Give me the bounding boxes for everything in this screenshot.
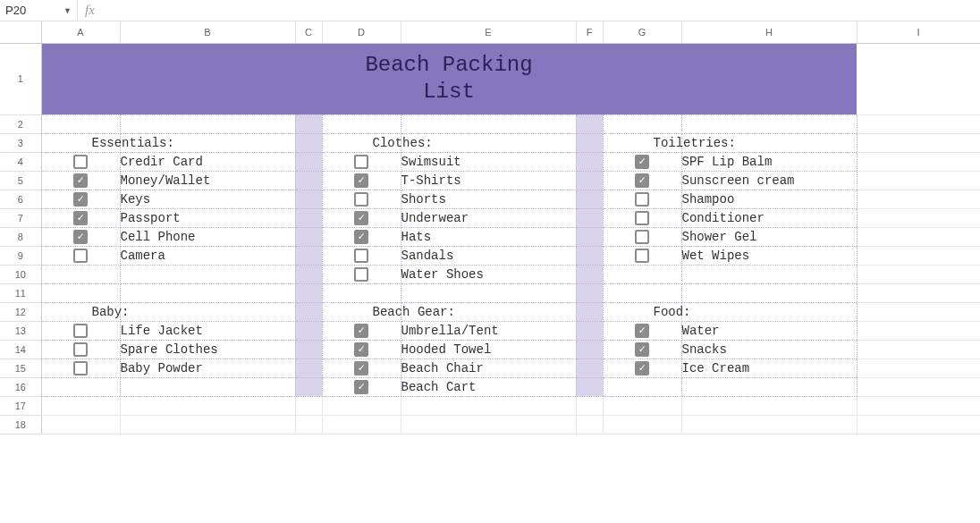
- item-essentials-3[interactable]: Passport: [120, 208, 295, 227]
- item-food-0[interactable]: Water: [681, 321, 857, 340]
- row-header-5[interactable]: 5: [0, 171, 41, 190]
- item-toiletries-0[interactable]: SPF Lip Balm: [681, 152, 857, 171]
- title-bg-right[interactable]: [576, 43, 857, 114]
- checkbox-baby-1[interactable]: [41, 340, 120, 359]
- item-essentials-2[interactable]: Keys: [120, 190, 295, 208]
- item-beach-gear-2[interactable]: Beach Chair: [401, 359, 576, 377]
- cell-F16[interactable]: [576, 377, 603, 396]
- cell-C16[interactable]: [295, 377, 322, 396]
- checkbox-toiletries-3[interactable]: [603, 208, 681, 227]
- item-food-1[interactable]: Snacks: [681, 340, 857, 359]
- cell-I17[interactable]: [857, 396, 980, 415]
- cell-I4[interactable]: [857, 152, 980, 171]
- cell-H2[interactable]: [681, 114, 857, 133]
- cell-B16[interactable]: [120, 377, 295, 396]
- select-all-corner[interactable]: [0, 21, 41, 43]
- cell-I8[interactable]: [857, 227, 980, 246]
- cell-C14[interactable]: [295, 340, 322, 359]
- row-header-3[interactable]: 3: [0, 133, 41, 152]
- item-essentials-1[interactable]: Money/Wallet: [120, 171, 295, 190]
- row-header-14[interactable]: 14: [0, 340, 41, 359]
- cell-E11[interactable]: [401, 283, 576, 302]
- cell-I14[interactable]: [857, 340, 980, 359]
- cell-I2[interactable]: [857, 114, 980, 133]
- col-header-C[interactable]: C: [295, 21, 322, 43]
- item-clothes-3[interactable]: Underwear: [401, 208, 576, 227]
- cell-F11[interactable]: [576, 283, 603, 302]
- cell-C12[interactable]: [295, 302, 322, 321]
- row-header-15[interactable]: 15: [0, 359, 41, 377]
- cell-F10[interactable]: [576, 265, 603, 283]
- cell-D2[interactable]: [322, 114, 401, 133]
- name-box[interactable]: P20 ▼: [0, 0, 78, 21]
- item-clothes-1[interactable]: T-Shirts: [401, 171, 576, 190]
- cell-B2[interactable]: [120, 114, 295, 133]
- cell-G18[interactable]: [603, 415, 681, 434]
- cell-G10[interactable]: [603, 265, 681, 283]
- cell-H16[interactable]: [681, 377, 857, 396]
- item-clothes-5[interactable]: Sandals: [401, 246, 576, 265]
- cell-F18[interactable]: [576, 415, 603, 434]
- heading-clothes[interactable]: Clothes:: [401, 133, 576, 152]
- cell-F9[interactable]: [576, 246, 603, 265]
- cell-A10[interactable]: [41, 265, 120, 283]
- cell-H11[interactable]: [681, 283, 857, 302]
- checkbox-clothes-5[interactable]: [322, 246, 401, 265]
- item-clothes-2[interactable]: Shorts: [401, 190, 576, 208]
- row-header-17[interactable]: 17: [0, 396, 41, 415]
- row-header-16[interactable]: 16: [0, 377, 41, 396]
- row-header-12[interactable]: 12: [0, 302, 41, 321]
- cell-C4[interactable]: [295, 152, 322, 171]
- cell-F5[interactable]: [576, 171, 603, 190]
- checkbox-essentials-0[interactable]: [41, 152, 120, 171]
- cell-C13[interactable]: [295, 321, 322, 340]
- col-header-D[interactable]: D: [322, 21, 401, 43]
- cell-I6[interactable]: [857, 190, 980, 208]
- title-bg-left[interactable]: [41, 43, 322, 114]
- checkbox-clothes-6[interactable]: [322, 265, 401, 283]
- row-header-11[interactable]: 11: [0, 283, 41, 302]
- cell-H10[interactable]: [681, 265, 857, 283]
- cell-C17[interactable]: [295, 396, 322, 415]
- item-clothes-4[interactable]: Hats: [401, 227, 576, 246]
- item-toiletries-3[interactable]: Conditioner: [681, 208, 857, 227]
- col-header-B[interactable]: B: [120, 21, 295, 43]
- cell-B10[interactable]: [120, 265, 295, 283]
- row-header-2[interactable]: 2: [0, 114, 41, 133]
- cell-C11[interactable]: [295, 283, 322, 302]
- cell-G11[interactable]: [603, 283, 681, 302]
- item-toiletries-4[interactable]: Shower Gel: [681, 227, 857, 246]
- checkbox-essentials-4[interactable]: [41, 227, 120, 246]
- cell-A2[interactable]: [41, 114, 120, 133]
- cell-F14[interactable]: [576, 340, 603, 359]
- cell-I13[interactable]: [857, 321, 980, 340]
- col-header-H[interactable]: H: [681, 21, 857, 43]
- cell-B18[interactable]: [120, 415, 295, 434]
- checkbox-clothes-2[interactable]: [322, 190, 401, 208]
- item-baby-1[interactable]: Spare Clothes: [120, 340, 295, 359]
- checkbox-beach-gear-0[interactable]: [322, 321, 401, 340]
- formula-input[interactable]: [103, 0, 980, 21]
- checkbox-toiletries-1[interactable]: [603, 171, 681, 190]
- cell-G17[interactable]: [603, 396, 681, 415]
- cell-F8[interactable]: [576, 227, 603, 246]
- item-beach-gear-1[interactable]: Hooded Towel: [401, 340, 576, 359]
- cell-C7[interactable]: [295, 208, 322, 227]
- checkbox-food-2[interactable]: [603, 359, 681, 377]
- item-beach-gear-3[interactable]: Beach Cart: [401, 377, 576, 396]
- checkbox-baby-2[interactable]: [41, 359, 120, 377]
- cell-C3[interactable]: [295, 133, 322, 152]
- cell-C2[interactable]: [295, 114, 322, 133]
- cell-G2[interactable]: [603, 114, 681, 133]
- checkbox-clothes-3[interactable]: [322, 208, 401, 227]
- cell-D17[interactable]: [322, 396, 401, 415]
- cell-I12[interactable]: [857, 302, 980, 321]
- title-cell[interactable]: Beach Packing List: [322, 43, 576, 114]
- cell-I15[interactable]: [857, 359, 980, 377]
- checkbox-beach-gear-2[interactable]: [322, 359, 401, 377]
- checkbox-clothes-4[interactable]: [322, 227, 401, 246]
- cell-C18[interactable]: [295, 415, 322, 434]
- cell-C8[interactable]: [295, 227, 322, 246]
- cell-F6[interactable]: [576, 190, 603, 208]
- cell-F15[interactable]: [576, 359, 603, 377]
